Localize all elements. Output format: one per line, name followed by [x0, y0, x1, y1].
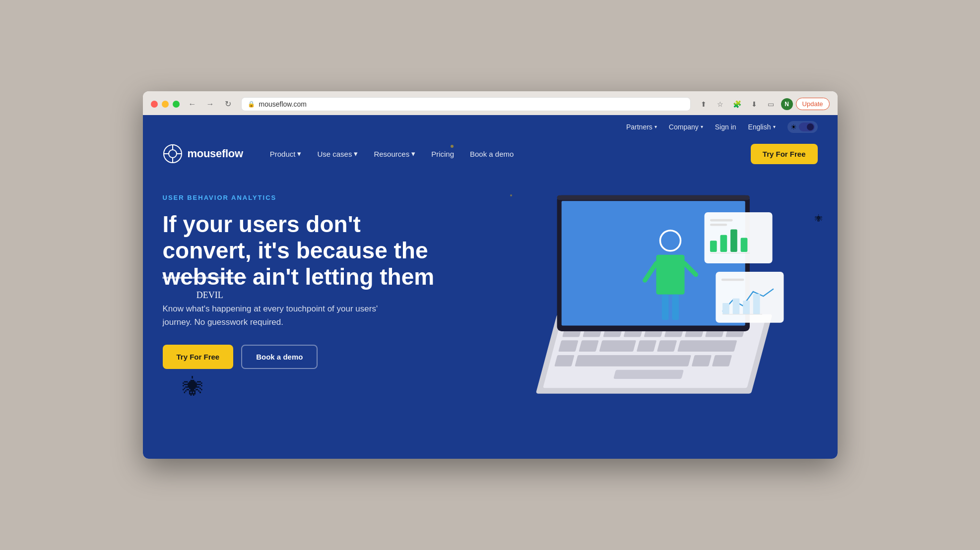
hero-section: USER BEHAVIOR ANALYTICS If your users do… — [143, 174, 838, 459]
language-chevron-icon: ▾ — [773, 124, 776, 129]
svg-rect-32 — [656, 255, 684, 295]
extensions-icon[interactable]: 🧩 — [730, 97, 744, 111]
svg-rect-20 — [636, 340, 656, 352]
svg-rect-26 — [712, 355, 731, 367]
partners-link[interactable]: Partners ▾ — [626, 123, 657, 131]
svg-rect-22 — [677, 340, 737, 352]
pricing-label: Pricing — [431, 150, 454, 158]
hero-illustration — [523, 184, 818, 439]
svg-rect-38 — [710, 219, 732, 222]
spider-decoration-right: 🕷 — [815, 214, 823, 223]
svg-rect-46 — [721, 279, 744, 281]
partners-chevron-icon: ▾ — [654, 124, 657, 129]
hero-try-free-button[interactable]: Try For Free — [163, 345, 234, 369]
svg-rect-49 — [743, 301, 750, 314]
svg-rect-29 — [557, 195, 749, 200]
devil-label: DEVIL — [196, 290, 223, 301]
try-free-nav-button[interactable]: Try For Free — [751, 144, 818, 164]
product-nav-link[interactable]: Product ▾ — [263, 145, 309, 162]
headline-part1: If your users don't convert, it's becaus… — [163, 211, 428, 263]
company-label: Company — [669, 123, 699, 131]
website-content: 🕷 🕷 Partners ▾ Company ▾ Sign in English… — [143, 115, 838, 459]
svg-rect-17 — [558, 340, 578, 352]
svg-rect-34 — [672, 295, 679, 320]
hero-left: USER BEHAVIOR ANALYTICS If your users do… — [163, 184, 523, 439]
logo-text: mouseflow — [188, 147, 243, 160]
hero-right — [523, 184, 818, 439]
browser-titlebar: ← → ↻ 🔒 mouseflow.com ⬆ ☆ 🧩 ⬇ ▭ N Update — [143, 91, 838, 115]
svg-rect-48 — [732, 299, 739, 314]
headline-strikethrough-wrapper: websiteDEVIL — [163, 264, 247, 290]
url-text: mouseflow.com — [259, 100, 307, 108]
back-button[interactable]: ← — [186, 97, 199, 111]
theme-toggle-track[interactable] — [799, 122, 815, 131]
share-icon[interactable]: ⬆ — [697, 97, 711, 111]
hero-headline: If your users don't convert, it's becaus… — [163, 211, 441, 290]
reload-button[interactable]: ↻ — [221, 97, 235, 111]
browser-actions: ⬆ ☆ 🧩 ⬇ ▭ N Update — [697, 97, 830, 111]
book-demo-label: Book a demo — [470, 150, 514, 158]
browser-window: ← → ↻ 🔒 mouseflow.com ⬆ ☆ 🧩 ⬇ ▭ N Update… — [143, 91, 838, 459]
theme-toggle-thumb — [807, 123, 814, 130]
resources-label: Resources — [374, 150, 409, 158]
utility-bar: Partners ▾ Company ▾ Sign in English ▾ ☀ — [143, 115, 838, 139]
bookmark-icon[interactable]: ☆ — [714, 97, 727, 111]
browser-nav: ← → ↻ — [186, 97, 235, 111]
use-cases-label: Use cases — [317, 150, 352, 158]
nav-links: Product ▾ Use cases ▾ Resources ▾ Pricin… — [263, 145, 751, 162]
svg-rect-27 — [613, 370, 684, 379]
use-cases-nav-link[interactable]: Use cases ▾ — [310, 145, 365, 162]
svg-rect-18 — [579, 340, 598, 352]
resources-nav-link[interactable]: Resources ▾ — [367, 145, 422, 162]
svg-point-1 — [169, 150, 177, 158]
decorative-dot-1 — [451, 145, 454, 148]
reader-view-icon[interactable]: ▭ — [764, 97, 778, 111]
resources-chevron-icon: ▾ — [411, 149, 415, 158]
sun-icon: ☀ — [790, 123, 797, 131]
svg-rect-41 — [720, 235, 727, 252]
close-button[interactable] — [151, 101, 158, 108]
minimize-button[interactable] — [162, 101, 169, 108]
signin-link[interactable]: Sign in — [715, 123, 736, 131]
hero-eyebrow: USER BEHAVIOR ANALYTICS — [163, 194, 523, 201]
main-nav: mouseflow Product ▾ Use cases ▾ Resource… — [143, 139, 838, 174]
svg-rect-40 — [710, 241, 717, 252]
product-label: Product — [270, 150, 296, 158]
forward-button[interactable]: → — [203, 97, 217, 111]
company-link[interactable]: Company ▾ — [669, 123, 703, 131]
headline-part2: ain't letting them — [246, 264, 434, 290]
svg-rect-43 — [740, 238, 747, 252]
address-bar[interactable]: 🔒 mouseflow.com — [241, 97, 691, 111]
book-demo-nav-link[interactable]: Book a demo — [463, 146, 521, 162]
svg-rect-21 — [656, 340, 676, 352]
lock-icon: 🔒 — [248, 101, 255, 108]
svg-rect-50 — [753, 294, 760, 314]
language-selector[interactable]: English ▾ — [748, 123, 776, 131]
theme-toggle[interactable]: ☀ — [787, 121, 818, 133]
use-cases-chevron-icon: ▾ — [354, 149, 358, 158]
download-icon[interactable]: ⬇ — [747, 97, 761, 111]
svg-rect-25 — [691, 355, 711, 367]
profile-avatar[interactable]: N — [781, 98, 793, 110]
svg-rect-33 — [661, 295, 668, 320]
logo-link[interactable]: mouseflow — [163, 144, 243, 164]
partners-label: Partners — [626, 123, 653, 131]
hero-subtext: Know what's happening at every touchpoin… — [163, 302, 401, 329]
headline-strikethrough: website — [163, 264, 247, 290]
svg-rect-19 — [599, 340, 636, 352]
svg-rect-24 — [575, 355, 691, 367]
product-chevron-icon: ▾ — [297, 149, 301, 158]
hero-ctas: Try For Free Book a demo — [163, 345, 523, 369]
mouseflow-logo-icon — [163, 144, 183, 164]
update-button[interactable]: Update — [796, 98, 830, 110]
maximize-button[interactable] — [173, 101, 180, 108]
pricing-nav-link[interactable]: Pricing — [424, 146, 461, 162]
signin-label: Sign in — [715, 123, 736, 131]
svg-rect-23 — [554, 355, 574, 367]
svg-rect-39 — [710, 224, 726, 226]
company-chevron-icon: ▾ — [701, 124, 703, 129]
svg-rect-47 — [722, 303, 729, 314]
hero-book-demo-button[interactable]: Book a demo — [241, 345, 318, 369]
svg-rect-42 — [730, 229, 737, 252]
traffic-lights — [151, 101, 180, 108]
